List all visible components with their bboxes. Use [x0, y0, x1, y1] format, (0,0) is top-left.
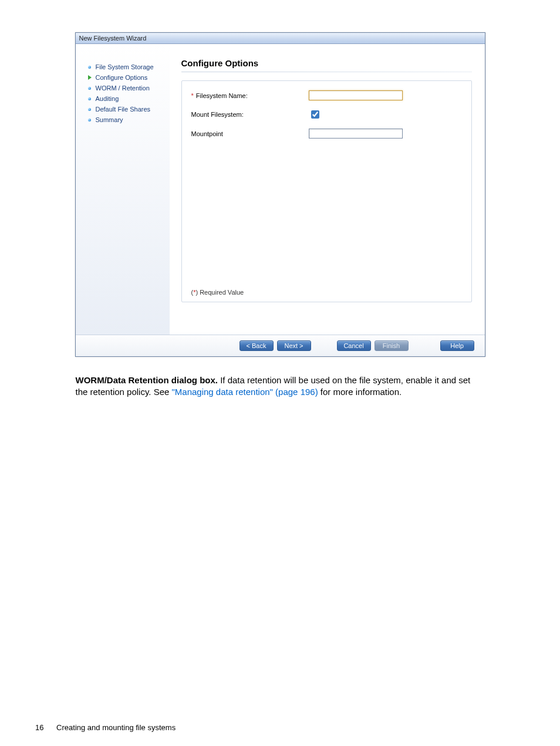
sidebar-item-label: Configure Options	[96, 74, 148, 81]
managing-data-retention-link[interactable]: "Managing data retention" (page 196)	[172, 387, 318, 397]
required-value-note: (*) Required Value	[191, 289, 244, 296]
filesystem-name-label: Filesystem Name:	[196, 92, 248, 99]
sidebar-item-file-system-storage[interactable]: File System Storage	[87, 62, 170, 72]
note-part: ) Required Value	[195, 289, 244, 296]
sidebar-item-auditing[interactable]: Auditing	[87, 93, 170, 104]
wizard-sidebar: File System Storage Configure Options WO…	[76, 44, 170, 335]
help-button[interactable]: Help	[440, 340, 474, 351]
bullet-icon	[87, 117, 92, 122]
cancel-button[interactable]: Cancel	[337, 340, 371, 351]
wizard-title: New Filesystem Wizard	[79, 35, 147, 42]
sidebar-item-configure-options[interactable]: Configure Options	[87, 72, 170, 83]
row-mountpoint: Mountpoint	[191, 129, 462, 139]
page-footer: 16 Creating and mounting file systems	[35, 723, 176, 732]
sidebar-item-summary[interactable]: Summary	[87, 114, 170, 125]
wizard-main: Configure Options * Filesystem Name: Mou…	[170, 44, 485, 335]
divider	[181, 72, 472, 72]
mount-filesystem-checkbox[interactable]	[311, 110, 319, 119]
page-number: 16	[35, 723, 43, 732]
sidebar-item-worm-retention[interactable]: WORM / Retention	[87, 83, 170, 93]
wizard-titlebar: New Filesystem Wizard	[76, 33, 485, 44]
caption-paragraph: WORM/Data Retention dialog box. If data …	[76, 374, 485, 399]
page-title: Configure Options	[181, 58, 472, 68]
next-button[interactable]: Next >	[277, 340, 311, 351]
finish-button: Finish	[375, 340, 409, 351]
row-mount-filesystem: Mount Filesystem:	[191, 109, 462, 120]
footer-section: Creating and mounting file systems	[56, 723, 176, 732]
sidebar-item-label: Summary	[96, 116, 123, 123]
sidebar-item-label: WORM / Retention	[96, 85, 150, 92]
row-filesystem-name: * Filesystem Name:	[191, 90, 462, 100]
filesystem-name-input[interactable]	[309, 90, 403, 100]
mountpoint-label: Mountpoint	[191, 130, 223, 137]
arrow-right-icon	[87, 75, 92, 80]
mountpoint-input[interactable]	[309, 129, 403, 139]
bullet-icon	[87, 107, 92, 112]
sidebar-item-label: Default File Shares	[96, 106, 151, 113]
required-asterisk-icon: *	[191, 92, 194, 99]
sidebar-item-label: File System Storage	[96, 63, 154, 70]
bullet-icon	[87, 86, 92, 90]
bullet-icon	[87, 96, 92, 101]
caption-text: for more information.	[318, 387, 402, 397]
form-panel: * Filesystem Name: Mount Filesystem:	[181, 80, 472, 302]
sidebar-item-label: Auditing	[96, 95, 119, 102]
mount-filesystem-label: Mount Filesystem:	[191, 111, 244, 118]
wizard-button-bar: < Back Next > Cancel Finish Help	[76, 335, 485, 356]
caption-bold: WORM/Data Retention dialog box.	[76, 375, 218, 385]
back-button[interactable]: < Back	[239, 340, 274, 351]
bullet-icon	[87, 65, 92, 69]
wizard-window: New Filesystem Wizard File System Storag…	[75, 32, 485, 357]
sidebar-item-default-file-shares[interactable]: Default File Shares	[87, 104, 170, 114]
